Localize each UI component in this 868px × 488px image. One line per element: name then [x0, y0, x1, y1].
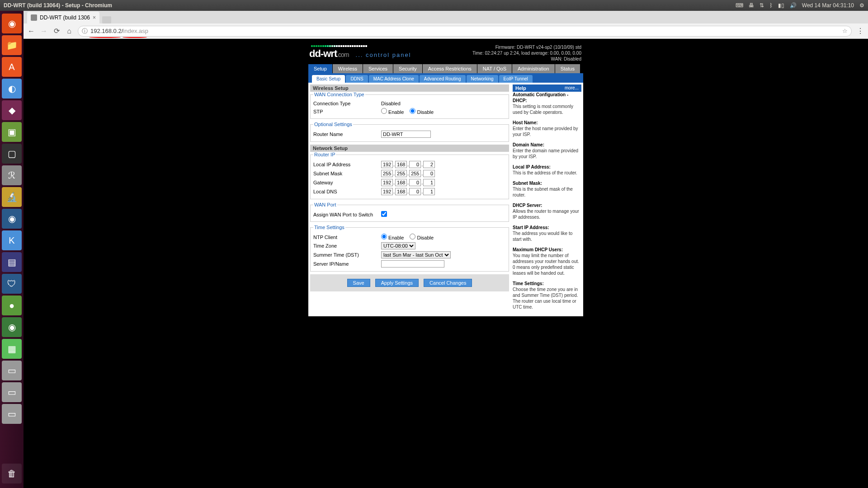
chrome-tabstrip: DD-WRT (build 1306 × [24, 11, 868, 23]
new-tab-button[interactable] [102, 16, 111, 23]
app-icon-11[interactable]: ▦ [2, 339, 22, 359]
gateway-0[interactable] [381, 179, 393, 186]
chromium-icon[interactable]: ◐ [2, 79, 22, 99]
save-button[interactable]: Save [347, 279, 370, 287]
app-icon-8[interactable]: 🛡 [2, 274, 22, 294]
subtab-adv-routing[interactable]: Advanced Routing [420, 75, 466, 83]
subtab-basic-setup[interactable]: Basic Setup [312, 75, 345, 83]
app-icon-3[interactable]: ℛ [2, 165, 22, 185]
ntp-enable-radio[interactable] [381, 234, 387, 239]
printer-icon[interactable]: 🖶 [749, 2, 754, 9]
dns-1[interactable] [395, 188, 407, 195]
legend-wan-conn: WAN Connection Type [313, 92, 365, 97]
dst-select[interactable]: last Sun Mar - last Sun Oct [381, 251, 451, 258]
tab-access-restrictions[interactable]: Access Restrictions [423, 64, 477, 73]
files-icon[interactable]: 📁 [2, 35, 22, 55]
apply-button[interactable]: Apply Settings [375, 279, 419, 287]
url-path: index.asp [123, 28, 148, 34]
app-icon-2[interactable]: ▣ [2, 122, 22, 142]
battery-icon[interactable]: ▮▯ [778, 2, 784, 9]
subnet-label: Subnet Mask [313, 171, 381, 176]
gateway-label: Gateway [313, 180, 381, 185]
local-ip-3[interactable] [423, 161, 435, 168]
subtab-mac-clone[interactable]: MAC Address Clone [369, 75, 419, 83]
clock[interactable]: Wed 14 Mar 04:31:10 [802, 2, 854, 9]
tab-wireless[interactable]: Wireless [333, 64, 363, 73]
ntp-disable-radio[interactable] [410, 234, 415, 239]
time-line: Time: 02:24:27 up 2:24, load average: 0.… [472, 50, 581, 56]
volume-icon[interactable]: 🔊 [790, 2, 797, 9]
menu-icon[interactable]: ⋮ [856, 27, 864, 35]
tab-setup[interactable]: Setup [308, 64, 333, 73]
app-icon-10[interactable]: ◉ [2, 317, 22, 337]
app-icon-7[interactable]: ▤ [2, 252, 22, 272]
bookmark-star-icon[interactable]: ☆ [842, 28, 848, 34]
dns-0[interactable] [381, 188, 393, 195]
tab-administration[interactable]: Administration [512, 64, 555, 73]
app-icon-6[interactable]: K [2, 230, 22, 250]
tab-close-icon[interactable]: × [93, 14, 96, 21]
router-name-input[interactable] [381, 131, 431, 138]
local-ip-2[interactable] [409, 161, 421, 168]
window-title: DD-WRT (build 13064) - Setup - Chromium [4, 2, 736, 9]
sub-tabs: Basic Setup DDNS MAC Address Clone Advan… [308, 73, 583, 83]
subtab-ddns[interactable]: DDNS [346, 75, 368, 83]
app-icon-12[interactable]: ▭ [2, 361, 22, 380]
gateway-1[interactable] [395, 179, 407, 186]
favicon [31, 14, 37, 21]
local-ip-1[interactable] [395, 161, 407, 168]
dns-2[interactable] [409, 188, 421, 195]
gear-icon[interactable]: ⚙ [859, 2, 864, 9]
stp-enable-radio[interactable] [381, 108, 387, 114]
app-icon-9[interactable]: ● [2, 296, 22, 315]
app-icon-5[interactable]: ◉ [2, 209, 22, 229]
tab-status[interactable]: Status [555, 64, 580, 73]
browser-tab[interactable]: DD-WRT (build 1306 × [27, 12, 99, 23]
server-input[interactable] [381, 260, 444, 267]
tab-services[interactable]: Services [363, 64, 393, 73]
subnet-1[interactable] [395, 170, 407, 177]
back-button[interactable]: ← [27, 27, 35, 35]
keyboard-icon[interactable]: ⌨ [736, 2, 743, 9]
gateway-3[interactable] [423, 179, 435, 186]
home-button[interactable]: ⌂ [65, 27, 73, 35]
app-icon-13[interactable]: ▭ [2, 382, 22, 402]
ubuntu-dash-icon[interactable]: ◉ [2, 14, 22, 33]
local-ip-0[interactable] [381, 161, 393, 168]
reload-button[interactable]: ⟳ [52, 27, 61, 35]
subnet-0[interactable] [381, 170, 393, 177]
tz-select[interactable]: UTC-08:00 [381, 242, 415, 249]
ntp-label: NTP Client [313, 235, 381, 240]
gateway-2[interactable] [409, 179, 421, 186]
local-ip-label: Local IP Address [313, 162, 381, 167]
ubuntu-topbar: DD-WRT (build 13064) - Setup - Chromium … [0, 0, 868, 11]
app-icon-1[interactable]: ◆ [2, 100, 22, 120]
subtab-networking[interactable]: Networking [467, 75, 498, 83]
help-more-link[interactable]: more... [565, 85, 579, 91]
tab-security[interactable]: Security [393, 64, 423, 73]
address-bar[interactable]: ⓘ 192.168.0.2/index.asp ☆ [78, 26, 852, 37]
app-icon-4[interactable]: 🔬 [2, 187, 22, 207]
chrome-window: DD-WRT (build 1306 × ← → ⟳ ⌂ ⓘ 192.168.0… [24, 11, 868, 488]
wifi-icon[interactable]: ⇅ [760, 2, 764, 9]
subtab-eoip[interactable]: EoIP Tunnel [499, 75, 533, 83]
site-info-icon[interactable]: ⓘ [82, 27, 88, 35]
help-item: Subnet Mask:This is the subnet mask of t… [513, 180, 581, 198]
assign-wan-checkbox[interactable] [381, 211, 387, 217]
dst-label: Summer Time (DST) [313, 252, 381, 258]
dns-3[interactable] [423, 188, 435, 195]
main-column: Wireless Setup WAN Connection Type Conne… [308, 83, 511, 316]
cancel-button[interactable]: Cancel Changes [424, 279, 472, 287]
stp-disable-radio[interactable] [410, 108, 415, 114]
dd-header: dd-wrt.com ... control panel Firmware: D… [308, 42, 583, 64]
annotation-underline-1 [89, 37, 121, 38]
subnet-3[interactable] [423, 170, 435, 177]
subnet-2[interactable] [409, 170, 421, 177]
software-icon[interactable]: A [2, 57, 22, 77]
trash-icon[interactable]: 🗑 [2, 464, 22, 483]
tab-nat-qos[interactable]: NAT / QoS [477, 64, 512, 73]
bluetooth-icon[interactable]: ᛒ [769, 2, 773, 9]
forward-button[interactable]: → [40, 27, 48, 35]
terminal-icon[interactable]: ▢ [2, 144, 22, 164]
app-icon-14[interactable]: ▭ [2, 404, 22, 424]
